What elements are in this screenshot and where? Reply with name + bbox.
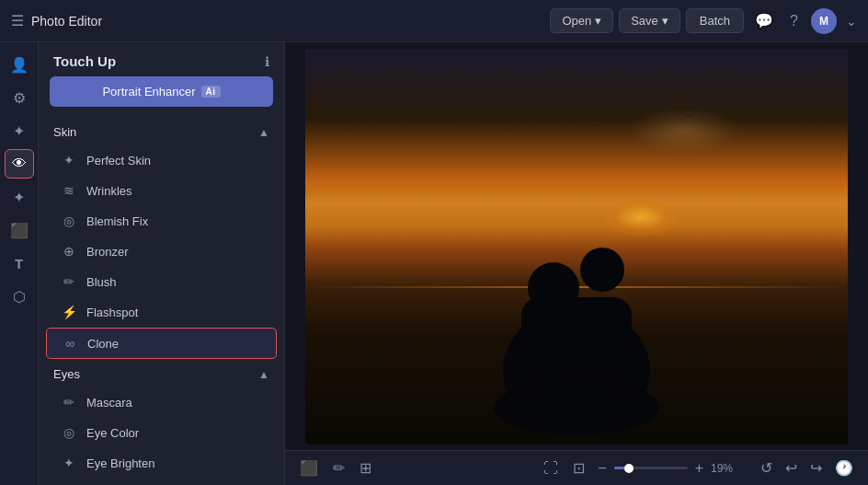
skin-chevron-icon: ▲ <box>258 126 269 139</box>
icon-bar-magic[interactable]: ✦ <box>5 182 34 212</box>
blush-icon: ✏ <box>61 274 77 289</box>
main: 👤 ⚙ ✦ 👁 ✦ ⬛ T ⬡ Touch Up ℹ Portrait Enha… <box>0 42 868 485</box>
menu-item-mascara[interactable]: ✏ Mascara <box>46 387 277 417</box>
menu-item-wrinkles[interactable]: ≋ Wrinkles <box>46 176 277 205</box>
layers-tool-icon[interactable]: ⬛ <box>296 456 322 480</box>
header-right: 💬 ? M ⌄ <box>751 8 857 34</box>
perfect-skin-label: Perfect Skin <box>86 154 151 167</box>
info-icon[interactable]: ℹ <box>265 54 269 69</box>
undo2-icon[interactable]: ↩ <box>782 456 801 480</box>
blemish-fix-label: Blemish Fix <box>86 214 148 228</box>
redo-icon[interactable]: ↪ <box>806 456 826 480</box>
sidebar: Touch Up ℹ Portrait Enhancer Ai Skin ▲ ✦… <box>39 42 285 485</box>
save-button[interactable]: Save ▾ <box>619 8 680 33</box>
bird-1: 〜 <box>588 120 596 132</box>
bronzer-icon: ⊕ <box>61 244 77 259</box>
undo-icon[interactable]: ↺ <box>757 456 776 480</box>
skin-section-header[interactable]: Skin ▲ <box>39 118 284 144</box>
menu-item-flashspot[interactable]: ⚡ Flashspot <box>46 297 277 327</box>
svg-point-2 <box>580 248 624 292</box>
help-button[interactable]: ? <box>786 9 802 33</box>
blemish-fix-icon: ◎ <box>61 214 77 228</box>
wrinkles-label: Wrinkles <box>86 184 132 198</box>
avatar[interactable]: M <box>811 8 837 34</box>
mascara-label: Mascara <box>86 396 132 410</box>
eyes-chevron-icon: ▲ <box>258 368 269 381</box>
icon-bar-person[interactable]: 👤 <box>5 50 34 79</box>
menu-icon[interactable]: ☰ <box>11 12 24 29</box>
canvas-view[interactable]: 〜 〜 〜 〜 〜 <box>285 42 868 450</box>
menu-item-blush[interactable]: ✏ Blush <box>46 267 277 296</box>
zoom-slider[interactable] <box>614 467 688 469</box>
zoom-in-button[interactable]: + <box>693 458 705 479</box>
skin-section-title: Skin <box>53 125 76 139</box>
wrinkles-icon: ≋ <box>61 183 77 198</box>
eyes-section-header[interactable]: Eyes ▲ <box>39 360 284 387</box>
svg-point-4 <box>494 380 659 435</box>
header-left: ☰ Photo Editor <box>11 12 542 29</box>
flashspot-icon: ⚡ <box>61 305 77 319</box>
bird-5: 〜 <box>707 88 714 98</box>
bird-2: 〜 <box>620 104 627 114</box>
zoom-out-button[interactable]: − <box>596 458 608 479</box>
header: ☰ Photo Editor Open ▾ Save ▾ Batch 💬 ? M… <box>0 0 868 42</box>
canvas-area: 〜 〜 〜 〜 〜 <box>285 42 868 485</box>
zoom-level: 19% <box>711 462 738 475</box>
sidebar-content: Skin ▲ ✦ Perfect Skin ≋ Wrinkles ◎ Blemi… <box>39 118 284 485</box>
menu-item-eye-color[interactable]: ◎ Eye Color <box>46 418 277 447</box>
menu-item-bronzer[interactable]: ⊕ Bronzer <box>46 237 277 266</box>
eye-brighten-icon: ✦ <box>61 456 77 470</box>
menu-item-perfect-skin[interactable]: ✦ Perfect Skin <box>46 145 277 175</box>
bird-4: 〜 <box>685 111 692 121</box>
bottom-right-icons: ↺ ↩ ↪ 🕐 <box>757 456 857 480</box>
bird-3: 〜 <box>653 96 659 105</box>
menu-item-clone[interactable]: ∞ Clone <box>46 328 277 359</box>
icon-bar-layers[interactable]: ⬛ <box>5 215 34 245</box>
clone-icon: ∞ <box>62 336 78 351</box>
eye-brighten-label: Eye Brighten <box>86 456 154 470</box>
icon-bar-adjust[interactable]: ⬡ <box>5 282 34 311</box>
bottom-bar: ⬛ ✏ ⊞ ⛶ ⊡ − + 19% ↺ ↩ ↪ 🕐 <box>285 450 868 485</box>
icon-bar: 👤 ⚙ ✦ 👁 ✦ ⬛ T ⬡ <box>0 42 39 485</box>
icon-bar-sparkle[interactable]: ✦ <box>5 116 34 145</box>
icon-bar-text[interactable]: T <box>5 248 34 278</box>
perfect-skin-icon: ✦ <box>61 153 77 167</box>
brush-tool-icon[interactable]: ✏ <box>329 456 348 480</box>
history-icon[interactable]: 🕐 <box>831 456 857 480</box>
eye-color-icon: ◎ <box>61 425 77 440</box>
blush-label: Blush <box>86 275 117 289</box>
couple-silhouette <box>466 187 687 445</box>
batch-button[interactable]: Batch <box>686 8 744 33</box>
menu-item-blemish-fix[interactable]: ◎ Blemish Fix <box>46 206 277 236</box>
mascara-icon: ✏ <box>61 395 77 410</box>
bronzer-label: Bronzer <box>86 245 129 259</box>
chat-button[interactable]: 💬 <box>751 8 777 33</box>
expand-icon[interactable]: ⌄ <box>846 14 857 29</box>
eyes-section-title: Eyes <box>53 367 80 381</box>
clone-label: Clone <box>87 337 119 351</box>
expand-canvas-icon[interactable]: ⛶ <box>540 456 562 480</box>
cloud-light <box>629 108 739 154</box>
svg-rect-3 <box>521 297 632 371</box>
eye-color-label: Eye Color <box>86 426 139 440</box>
flashspot-label: Flashspot <box>86 306 138 319</box>
ai-badge: Ai <box>201 86 221 98</box>
icon-bar-eye[interactable]: 👁 <box>5 149 34 179</box>
header-center: Open ▾ Save ▾ Batch <box>550 8 744 33</box>
menu-item-eyebrow-pencil[interactable]: ✏ Eyebrow Pencil <box>46 479 277 485</box>
icon-bar-sliders[interactable]: ⚙ <box>5 83 34 112</box>
portrait-enhancer-button[interactable]: Portrait Enhancer Ai <box>50 76 273 107</box>
canvas-image: 〜 〜 〜 〜 〜 <box>305 49 848 445</box>
sidebar-title: Touch Up <box>53 53 116 69</box>
zoom-controls: − + 19% <box>596 458 738 479</box>
zoom-slider-thumb <box>624 464 634 473</box>
menu-item-eye-brighten[interactable]: ✦ Eye Brighten <box>46 448 277 478</box>
app-title: Photo Editor <box>31 14 102 29</box>
grid-tool-icon[interactable]: ⊞ <box>356 456 375 480</box>
sidebar-header: Touch Up ℹ <box>39 42 284 76</box>
open-button[interactable]: Open ▾ <box>550 8 613 33</box>
crop-canvas-icon[interactable]: ⊡ <box>569 456 588 480</box>
